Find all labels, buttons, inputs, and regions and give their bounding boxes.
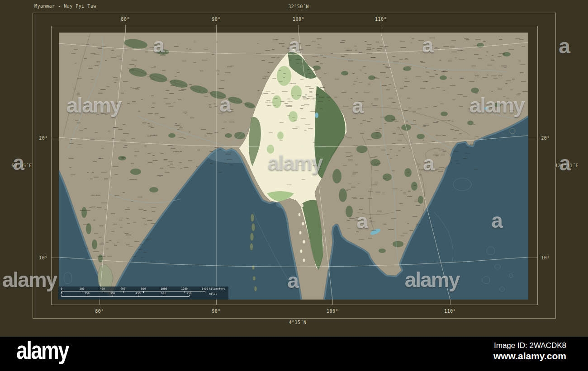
- top-longitude-tick-label: 100°: [293, 17, 304, 22]
- graticule-tick: [381, 25, 381, 33]
- footer-bar: alamy Image ID: 2WACDK8 www.alamy.com: [0, 337, 588, 371]
- graticule-tick: [51, 138, 59, 138]
- graticule-tick: [528, 138, 537, 138]
- alamy-watermark: alamy: [469, 95, 524, 116]
- top-longitude-tick-label: 80°: [121, 17, 130, 22]
- stock-photo-area: Myanmar - Nay Pyi Taw 32°50´N 4°15´N 69°…: [0, 0, 588, 337]
- scale-bar: 0200400600800100012001400kilometers01503…: [58, 286, 228, 300]
- graticule-tick: [125, 25, 126, 33]
- alamy-watermark: alamy: [2, 269, 57, 290]
- left-latitude-tick-label: 10°: [39, 255, 48, 260]
- map-title: Myanmar - Nay Pyi Taw: [34, 4, 96, 9]
- right-latitude-tick-label: 20°: [541, 136, 550, 141]
- alamy-watermark: a: [13, 152, 24, 173]
- alamy-logo: alamy: [16, 338, 68, 363]
- alamy-watermark: a: [559, 36, 569, 56]
- alamy-watermark: a: [423, 153, 434, 174]
- alamy-watermark: alamy: [405, 269, 459, 290]
- bottom-latitude-label: 4°15´N: [289, 320, 306, 325]
- bottom-longitude-tick-label: 90°: [212, 309, 221, 314]
- alamy-watermark: a: [559, 153, 570, 174]
- bottom-longitude-tick-label: 80°: [95, 309, 104, 314]
- right-latitude-tick-label: 10°: [541, 255, 550, 260]
- left-latitude-tick-label: 20°: [39, 136, 48, 141]
- alamy-watermark: a: [356, 211, 367, 231]
- alamy-watermark: a: [422, 35, 433, 56]
- alamy-watermark: a: [352, 95, 363, 116]
- alamy-url-text: www.alamy.com: [493, 351, 566, 362]
- bottom-longitude-tick-label: 110°: [444, 309, 456, 314]
- top-longitude-tick-label: 90°: [212, 17, 221, 22]
- alamy-watermark: alamy: [268, 152, 322, 173]
- graticule-tick: [216, 25, 217, 33]
- alamy-watermark: a: [289, 35, 299, 56]
- graticule-tick: [528, 258, 537, 258]
- graticule-tick: [299, 25, 299, 33]
- top-longitude-tick-label: 110°: [375, 17, 387, 22]
- image-id-text: Image ID: 2WACDK8: [494, 341, 566, 350]
- alamy-watermark: alamy: [66, 95, 121, 116]
- alamy-watermark: a: [287, 270, 298, 291]
- alamy-watermark: a: [153, 35, 164, 56]
- alamy-watermark: a: [219, 94, 230, 115]
- bottom-longitude-tick-label: 100°: [327, 309, 338, 314]
- top-latitude-label: 32°50´N: [288, 4, 309, 9]
- alamy-watermark: a: [491, 210, 502, 231]
- graticule-tick: [51, 258, 59, 258]
